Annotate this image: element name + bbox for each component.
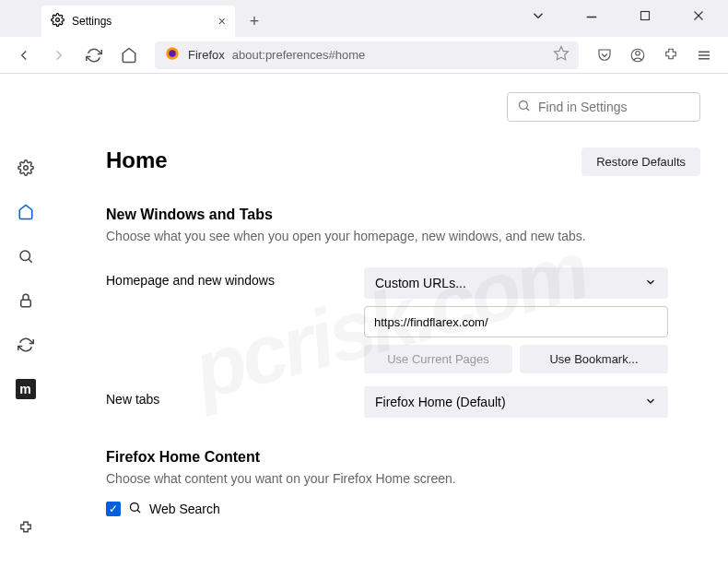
maximize-button[interactable]	[627, 2, 663, 30]
use-bookmark-button[interactable]: Use Bookmark...	[520, 345, 668, 373]
svg-point-19	[131, 503, 139, 512]
newtabs-select[interactable]: Firefox Home (Default)	[364, 386, 668, 418]
pocket-icon[interactable]	[590, 41, 619, 70]
sidebar-more[interactable]: m	[15, 378, 37, 400]
back-button[interactable]	[9, 41, 39, 70]
firefox-logo-icon	[164, 45, 181, 65]
tab-title: Settings	[72, 15, 112, 28]
svg-point-9	[636, 51, 640, 55]
search-icon	[517, 99, 531, 115]
sidebar-sync[interactable]	[15, 334, 37, 356]
minimize-button[interactable]	[573, 2, 610, 30]
homepage-label: Homepage and new windows	[106, 267, 346, 288]
section-new-windows-title: New Windows and Tabs	[106, 207, 700, 223]
menu-icon[interactable]	[689, 41, 719, 70]
page-title: Home	[106, 148, 168, 173]
svg-marker-7	[555, 47, 569, 60]
reload-button[interactable]	[79, 41, 109, 70]
svg-rect-16	[20, 300, 30, 307]
tab-dropdown-button[interactable]	[520, 2, 557, 30]
svg-point-14	[20, 251, 30, 261]
use-current-pages-button[interactable]: Use Current Pages	[364, 345, 512, 373]
svg-rect-2	[641, 12, 650, 20]
svg-point-17	[520, 101, 528, 110]
extensions-icon[interactable]	[656, 41, 686, 70]
websearch-label: Web Search	[149, 502, 220, 516]
section-new-windows-desc: Choose what you see when you open your h…	[106, 229, 700, 243]
new-tab-button[interactable]: +	[241, 7, 268, 35]
sidebar-privacy[interactable]	[15, 289, 37, 312]
chevron-down-icon	[644, 395, 657, 410]
sidebar-extensions[interactable]	[15, 517, 37, 539]
toolbar: Firefox about:preferences#home	[0, 37, 728, 74]
forward-button[interactable]	[44, 41, 74, 70]
bookmark-star-icon[interactable]	[553, 45, 569, 65]
websearch-checkbox[interactable]: ✓	[106, 502, 121, 516]
home-button[interactable]	[114, 41, 144, 70]
section-home-content-desc: Choose what content you want on your Fir…	[106, 471, 700, 486]
sidebar-home[interactable]	[15, 201, 37, 223]
tab-settings[interactable]: Settings ×	[41, 6, 235, 37]
settings-sidebar: m	[0, 74, 51, 567]
search-settings-input[interactable]: Find in Settings	[507, 92, 700, 122]
svg-point-0	[56, 18, 60, 22]
newtabs-label: New tabs	[106, 386, 346, 407]
sidebar-search[interactable]	[15, 245, 37, 267]
chevron-down-icon	[644, 276, 657, 291]
search-icon	[128, 501, 142, 517]
url-bar[interactable]: Firefox about:preferences#home	[155, 41, 579, 69]
restore-defaults-button[interactable]: Restore Defaults	[581, 148, 700, 176]
sidebar-general[interactable]	[15, 157, 37, 179]
svg-point-6	[169, 50, 176, 57]
svg-line-15	[29, 259, 32, 263]
account-icon[interactable]	[623, 41, 652, 70]
homepage-url-input[interactable]	[364, 306, 668, 337]
urlbar-label: Firefox	[188, 48, 225, 62]
section-home-content-title: Firefox Home Content	[106, 449, 700, 466]
tab-bar: Settings × +	[0, 0, 728, 37]
svg-line-20	[137, 510, 140, 513]
close-window-button[interactable]	[680, 2, 717, 30]
svg-line-18	[526, 108, 529, 111]
close-tab-icon[interactable]: ×	[218, 14, 226, 29]
search-placeholder: Find in Settings	[538, 100, 628, 114]
main-content: pcrisk.com Find in Settings Home Restore…	[51, 74, 728, 567]
gear-icon	[51, 13, 65, 30]
urlbar-url: about:preferences#home	[232, 48, 366, 62]
svg-point-13	[23, 166, 28, 171]
homepage-mode-select[interactable]: Custom URLs...	[364, 267, 668, 299]
